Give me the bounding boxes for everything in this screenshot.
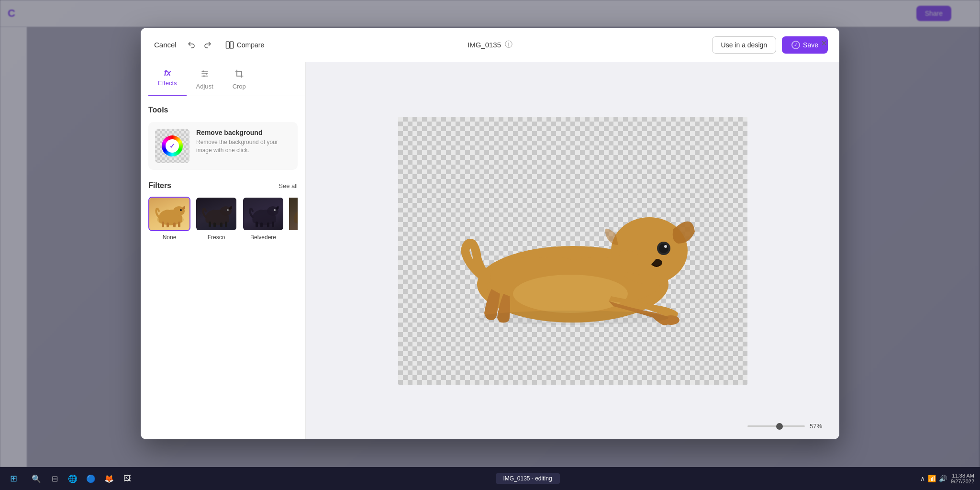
undo-button[interactable] xyxy=(184,38,199,52)
svg-point-33 xyxy=(659,244,668,253)
remove-background-card[interactable]: ✓ Remove background Remove the backgroun… xyxy=(148,122,298,170)
svg-rect-23 xyxy=(260,223,263,227)
svg-point-34 xyxy=(664,245,667,248)
tab-crop[interactable]: Crop xyxy=(223,62,256,96)
wifi-icon[interactable]: 📶 xyxy=(928,475,936,482)
svg-point-27 xyxy=(274,209,276,211)
use-in-design-button[interactable]: Use in a design xyxy=(712,36,777,54)
redo-button[interactable] xyxy=(200,38,215,52)
volume-icon[interactable]: 🔊 xyxy=(939,475,947,482)
tab-crop-label: Crop xyxy=(233,83,246,90)
taskbar-active-app[interactable]: IMG_0135 - editing xyxy=(496,473,560,484)
taskbar-time[interactable]: 11:38 AM 9/27/2022 xyxy=(951,473,974,484)
taskbar: ⊞ 🔍 ⊟ 🌐 🔵 🦊 🖼 IMG_0135 - editing ∧ 📶 🔊 1… xyxy=(0,467,980,490)
taskbar-left: ⊞ 🔍 ⊟ 🌐 🔵 🦊 🖼 xyxy=(6,471,135,486)
panel-content: Tools ✓ xyxy=(141,96,305,250)
history-buttons xyxy=(184,38,215,52)
zoom-slider-container xyxy=(747,425,805,427)
svg-rect-10 xyxy=(162,222,164,227)
canvas-image-container xyxy=(398,117,747,385)
cancel-button[interactable]: Cancel xyxy=(152,37,178,53)
taskbar-icons: 🔍 ⊟ 🌐 🔵 🦊 🖼 xyxy=(29,471,135,486)
svg-rect-19 xyxy=(225,222,227,227)
redo-icon xyxy=(203,41,212,49)
modal-body: fx Effects Adjust xyxy=(141,62,839,439)
dog-image xyxy=(429,155,716,346)
compare-icon xyxy=(225,41,234,49)
filter-thumb-fresco xyxy=(195,197,237,231)
svg-point-21 xyxy=(227,209,229,211)
tab-adjust-label: Adjust xyxy=(196,83,213,90)
svg-rect-16 xyxy=(209,222,211,227)
filter-fresco-label: Fresco xyxy=(208,234,225,241)
remove-background-thumb: ✓ xyxy=(155,129,189,163)
zoom-percent: 57% xyxy=(810,423,828,430)
undo-icon xyxy=(187,41,196,49)
remove-background-desc: Remove the background of your image with… xyxy=(196,138,291,155)
svg-rect-12 xyxy=(173,223,176,227)
tab-adjust[interactable]: Adjust xyxy=(187,62,223,96)
svg-rect-22 xyxy=(256,222,258,227)
filters-section-title: Filters xyxy=(148,181,171,190)
filter-thumb-partial xyxy=(289,197,298,231)
filter-thumb-belvedere xyxy=(242,197,284,231)
remove-background-title: Remove background xyxy=(196,129,291,136)
compare-button[interactable]: Compare xyxy=(221,38,269,52)
svg-point-36 xyxy=(477,311,668,325)
header-right: Use in a design ✓ Save xyxy=(684,36,828,54)
clock-time: 11:38 AM xyxy=(951,473,974,479)
filter-item-fresco[interactable]: Fresco xyxy=(195,197,237,241)
tab-effects-label: Effects xyxy=(158,79,177,87)
svg-rect-11 xyxy=(167,223,169,227)
dog-canvas xyxy=(398,117,747,385)
svg-rect-8 xyxy=(237,71,242,76)
svg-rect-1 xyxy=(230,42,233,48)
svg-rect-13 xyxy=(178,222,180,227)
chrome-taskbar-icon[interactable]: 🔵 xyxy=(83,471,99,486)
modal-header: Cancel xyxy=(141,28,839,62)
firefox-taskbar-icon[interactable]: 🦊 xyxy=(101,471,117,486)
edge-taskbar-icon[interactable]: 🌐 xyxy=(65,471,80,486)
compare-label: Compare xyxy=(237,41,265,49)
svg-point-5 xyxy=(202,70,204,72)
taskbar-system-icons: ∧ 📶 🔊 xyxy=(920,475,947,482)
clock-date: 9/27/2022 xyxy=(951,479,974,484)
modal-close-button[interactable]: × xyxy=(816,35,832,51)
zoom-slider[interactable] xyxy=(747,425,805,427)
svg-point-29 xyxy=(513,275,628,313)
svg-rect-24 xyxy=(267,223,269,227)
search-taskbar-icon[interactable]: 🔍 xyxy=(29,471,44,486)
taskbar-right: ∧ 📶 🔊 11:38 AM 9/27/2022 xyxy=(920,473,974,484)
save-check-icon: ✓ xyxy=(791,41,800,49)
see-all-button[interactable]: See all xyxy=(278,182,298,189)
header-center: IMG_0135 ⓘ xyxy=(296,40,684,50)
close-icon: × xyxy=(821,38,827,49)
crop-icon xyxy=(234,69,244,81)
effects-icon: fx xyxy=(164,69,171,78)
svg-point-15 xyxy=(180,209,182,211)
chevron-up-icon[interactable]: ∧ xyxy=(920,475,925,482)
filter-grid: None xyxy=(148,197,298,241)
filter-belvedere-label: Belvedere xyxy=(250,234,276,241)
svg-rect-25 xyxy=(272,222,274,227)
info-icon[interactable]: ⓘ xyxy=(505,40,512,50)
adjust-icon xyxy=(200,69,210,81)
canvas-checkerboard xyxy=(398,117,747,385)
canvas-area: 57% xyxy=(306,62,839,439)
filter-none-label: None xyxy=(163,234,177,241)
taskbar-center: IMG_0135 - editing xyxy=(135,473,920,484)
zoom-controls: 57% xyxy=(747,423,828,430)
photos-taskbar-icon[interactable]: 🖼 xyxy=(120,471,135,486)
editor-modal: × Cancel xyxy=(141,28,839,439)
filter-thumb-none xyxy=(148,197,190,231)
svg-point-6 xyxy=(205,73,207,74)
tab-bar: fx Effects Adjust xyxy=(141,62,305,96)
remove-background-info: Remove background Remove the background … xyxy=(196,129,291,155)
modal-overlay: × Cancel xyxy=(0,0,980,467)
tab-effects[interactable]: fx Effects xyxy=(148,62,187,96)
filter-item-belvedere[interactable]: Belvedere xyxy=(242,197,284,241)
taskview-taskbar-icon[interactable]: ⊟ xyxy=(47,471,62,486)
filter-item-none[interactable]: None xyxy=(148,197,190,241)
windows-start-button[interactable]: ⊞ xyxy=(6,471,21,486)
filter-item-partial[interactable] xyxy=(289,197,298,241)
